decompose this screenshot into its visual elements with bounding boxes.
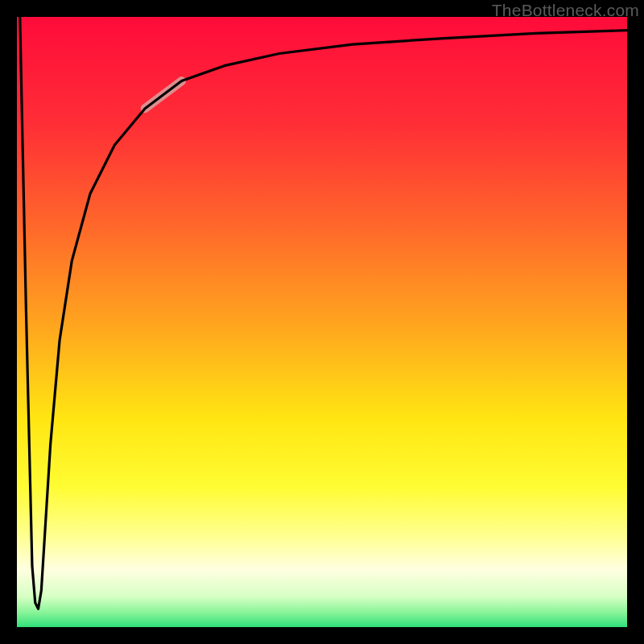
- watermark-text: TheBottleneck.com: [492, 1, 639, 20]
- plot-area: [17, 17, 627, 627]
- curve-layer: [17, 17, 627, 627]
- bottleneck-curve: [20, 17, 627, 609]
- chart-frame: TheBottleneck.com: [0, 0, 644, 644]
